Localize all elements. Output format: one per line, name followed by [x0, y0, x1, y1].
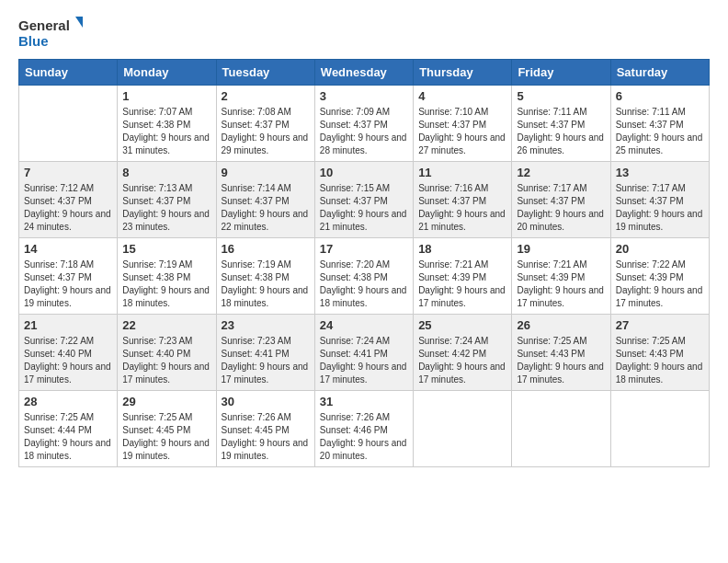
page-header: General Blue: [18, 15, 710, 50]
calendar-cell: 28Sunrise: 7:25 AMSunset: 4:44 PMDayligh…: [19, 391, 118, 467]
day-info: Sunrise: 7:08 AMSunset: 4:37 PMDaylight:…: [222, 106, 310, 157]
calendar-cell: 16Sunrise: 7:19 AMSunset: 4:38 PMDayligh…: [216, 238, 314, 315]
day-info: Sunrise: 7:21 AMSunset: 4:39 PMDaylight:…: [517, 259, 605, 310]
day-info: Sunrise: 7:25 AMSunset: 4:44 PMDaylight:…: [24, 411, 112, 463]
day-info: Sunrise: 7:25 AMSunset: 4:45 PMDaylight:…: [122, 411, 210, 463]
day-info: Sunrise: 7:22 AMSunset: 4:39 PMDaylight:…: [616, 259, 704, 310]
day-number: 6: [616, 89, 704, 103]
day-number: 13: [616, 166, 704, 179]
calendar-header-row: SundayMondayTuesdayWednesdayThursdayFrid…: [19, 60, 710, 86]
calendar-cell: 14Sunrise: 7:18 AMSunset: 4:37 PMDayligh…: [19, 238, 118, 315]
day-info: Sunrise: 7:17 AMSunset: 4:37 PMDaylight:…: [517, 182, 605, 234]
logo-svg: General Blue: [18, 15, 83, 50]
day-number: 8: [122, 166, 210, 179]
day-header-friday: Friday: [512, 60, 610, 86]
day-info: Sunrise: 7:20 AMSunset: 4:38 PMDaylight:…: [320, 259, 408, 310]
day-number: 5: [517, 89, 605, 103]
day-number: 10: [320, 166, 408, 179]
day-number: 16: [222, 242, 310, 256]
day-info: Sunrise: 7:24 AMSunset: 4:41 PMDaylight:…: [320, 335, 408, 386]
calendar-cell: 13Sunrise: 7:17 AMSunset: 4:37 PMDayligh…: [610, 162, 709, 238]
day-info: Sunrise: 7:12 AMSunset: 4:37 PMDaylight:…: [24, 182, 112, 234]
day-info: Sunrise: 7:22 AMSunset: 4:40 PMDaylight:…: [24, 335, 112, 386]
day-header-saturday: Saturday: [610, 60, 709, 86]
calendar-cell: 15Sunrise: 7:19 AMSunset: 4:38 PMDayligh…: [118, 238, 216, 315]
day-info: Sunrise: 7:25 AMSunset: 4:43 PMDaylight:…: [517, 335, 605, 386]
calendar-cell: 25Sunrise: 7:24 AMSunset: 4:42 PMDayligh…: [414, 315, 512, 391]
day-info: Sunrise: 7:23 AMSunset: 4:40 PMDaylight:…: [122, 335, 210, 386]
calendar-cell: [610, 391, 709, 467]
day-info: Sunrise: 7:19 AMSunset: 4:38 PMDaylight:…: [222, 259, 310, 310]
svg-text:General: General: [18, 17, 70, 33]
day-info: Sunrise: 7:21 AMSunset: 4:39 PMDaylight:…: [418, 259, 506, 310]
day-info: Sunrise: 7:11 AMSunset: 4:37 PMDaylight:…: [517, 106, 605, 157]
svg-text:Blue: Blue: [18, 33, 49, 49]
calendar-cell: 17Sunrise: 7:20 AMSunset: 4:38 PMDayligh…: [314, 238, 413, 315]
calendar-cell: 11Sunrise: 7:16 AMSunset: 4:37 PMDayligh…: [414, 162, 512, 238]
calendar-cell: 10Sunrise: 7:15 AMSunset: 4:37 PMDayligh…: [314, 162, 413, 238]
day-info: Sunrise: 7:14 AMSunset: 4:37 PMDaylight:…: [222, 182, 310, 234]
calendar-cell: 9Sunrise: 7:14 AMSunset: 4:37 PMDaylight…: [216, 162, 314, 238]
day-number: 15: [122, 242, 210, 256]
calendar-cell: 31Sunrise: 7:26 AMSunset: 4:46 PMDayligh…: [314, 391, 413, 467]
day-number: 28: [24, 395, 112, 408]
calendar-cell: [19, 86, 118, 162]
day-number: 7: [24, 166, 112, 179]
day-info: Sunrise: 7:10 AMSunset: 4:37 PMDaylight:…: [418, 106, 506, 157]
day-number: 9: [222, 166, 310, 179]
day-number: 4: [418, 89, 506, 103]
day-info: Sunrise: 7:24 AMSunset: 4:42 PMDaylight:…: [418, 335, 506, 386]
calendar-cell: 24Sunrise: 7:24 AMSunset: 4:41 PMDayligh…: [314, 315, 413, 391]
day-number: 1: [122, 89, 210, 103]
day-number: 31: [320, 395, 408, 408]
day-number: 17: [320, 242, 408, 256]
day-info: Sunrise: 7:07 AMSunset: 4:38 PMDaylight:…: [122, 106, 210, 157]
calendar-cell: 6Sunrise: 7:11 AMSunset: 4:37 PMDaylight…: [610, 86, 709, 162]
calendar-cell: 7Sunrise: 7:12 AMSunset: 4:37 PMDaylight…: [19, 162, 118, 238]
logo: General Blue: [18, 15, 83, 50]
day-number: 25: [418, 318, 506, 332]
calendar-cell: 18Sunrise: 7:21 AMSunset: 4:39 PMDayligh…: [414, 238, 512, 315]
day-header-thursday: Thursday: [414, 60, 512, 86]
svg-marker-2: [75, 17, 83, 28]
day-info: Sunrise: 7:23 AMSunset: 4:41 PMDaylight:…: [222, 335, 310, 386]
day-info: Sunrise: 7:25 AMSunset: 4:43 PMDaylight:…: [616, 335, 704, 386]
day-number: 12: [517, 166, 605, 179]
day-number: 24: [320, 318, 408, 332]
calendar-cell: 22Sunrise: 7:23 AMSunset: 4:40 PMDayligh…: [118, 315, 216, 391]
day-number: 29: [122, 395, 210, 408]
day-number: 3: [320, 89, 408, 103]
day-info: Sunrise: 7:26 AMSunset: 4:46 PMDaylight:…: [320, 411, 408, 463]
calendar-cell: 5Sunrise: 7:11 AMSunset: 4:37 PMDaylight…: [512, 86, 610, 162]
day-number: 14: [24, 242, 112, 256]
calendar-week-row: 1Sunrise: 7:07 AMSunset: 4:38 PMDaylight…: [19, 86, 710, 162]
calendar-cell: 19Sunrise: 7:21 AMSunset: 4:39 PMDayligh…: [512, 238, 610, 315]
day-number: 19: [517, 242, 605, 256]
day-number: 22: [122, 318, 210, 332]
calendar-week-row: 28Sunrise: 7:25 AMSunset: 4:44 PMDayligh…: [19, 391, 710, 467]
day-number: 2: [222, 89, 310, 103]
calendar-cell: 26Sunrise: 7:25 AMSunset: 4:43 PMDayligh…: [512, 315, 610, 391]
calendar-cell: 29Sunrise: 7:25 AMSunset: 4:45 PMDayligh…: [118, 391, 216, 467]
calendar-table: SundayMondayTuesdayWednesdayThursdayFrid…: [18, 59, 710, 467]
day-header-sunday: Sunday: [19, 60, 118, 86]
calendar-cell: 30Sunrise: 7:26 AMSunset: 4:45 PMDayligh…: [216, 391, 314, 467]
day-info: Sunrise: 7:15 AMSunset: 4:37 PMDaylight:…: [320, 182, 408, 234]
day-number: 20: [616, 242, 704, 256]
calendar-cell: 23Sunrise: 7:23 AMSunset: 4:41 PMDayligh…: [216, 315, 314, 391]
calendar-week-row: 7Sunrise: 7:12 AMSunset: 4:37 PMDaylight…: [19, 162, 710, 238]
day-info: Sunrise: 7:18 AMSunset: 4:37 PMDaylight:…: [24, 259, 112, 310]
calendar-cell: 8Sunrise: 7:13 AMSunset: 4:37 PMDaylight…: [118, 162, 216, 238]
day-number: 26: [517, 318, 605, 332]
day-header-wednesday: Wednesday: [314, 60, 413, 86]
day-info: Sunrise: 7:19 AMSunset: 4:38 PMDaylight:…: [122, 259, 210, 310]
calendar-cell: 2Sunrise: 7:08 AMSunset: 4:37 PMDaylight…: [216, 86, 314, 162]
day-header-tuesday: Tuesday: [216, 60, 314, 86]
day-number: 11: [418, 166, 506, 179]
calendar-cell: [512, 391, 610, 467]
day-info: Sunrise: 7:13 AMSunset: 4:37 PMDaylight:…: [122, 182, 210, 234]
day-number: 21: [24, 318, 112, 332]
calendar-cell: [414, 391, 512, 467]
calendar-week-row: 14Sunrise: 7:18 AMSunset: 4:37 PMDayligh…: [19, 238, 710, 315]
day-number: 18: [418, 242, 506, 256]
